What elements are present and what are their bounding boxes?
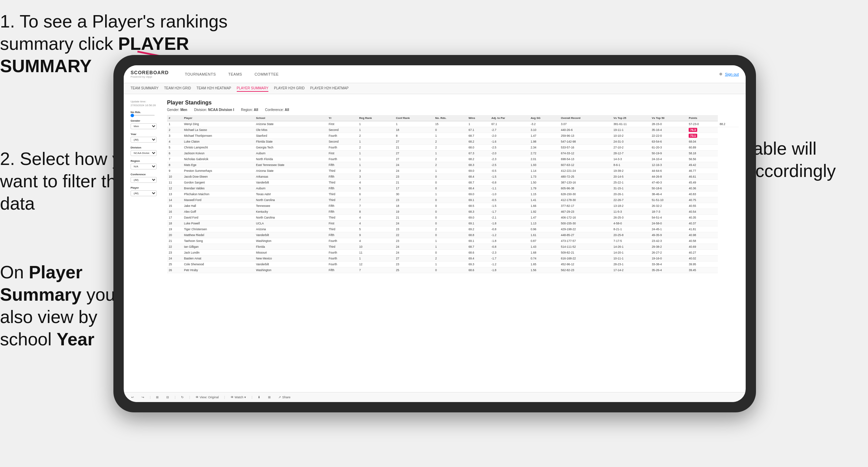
- logo-area: SCOREBOARD Powered by clippi: [131, 70, 172, 78]
- cell-r17-c1: Luke Powell: [182, 221, 254, 226]
- cell-r2-c2: Stanford: [254, 133, 327, 139]
- sign-out-link[interactable]: Sign out: [725, 72, 739, 76]
- cell-r17-c8: -1.8: [490, 221, 529, 226]
- tablet-device: SCOREBOARD Powered by clippi TOURNAMENTS…: [113, 55, 756, 412]
- copy-button[interactable]: ⊞: [154, 394, 161, 400]
- cell-r25-c2: Washington: [254, 267, 327, 273]
- cell-r16-c0: 17: [167, 215, 182, 221]
- cell-r13-c3: Third: [327, 197, 357, 203]
- cell-r24-c2: Vanderbilt: [254, 262, 327, 267]
- filter-division: Division NCAA Division I NCAA Division I…: [131, 146, 162, 156]
- standings-table: # Player School Yr Reg Rank Conf Rank No…: [167, 115, 739, 273]
- cell-r12-c6: 1: [434, 191, 467, 197]
- paste-button[interactable]: ⊟: [164, 394, 171, 400]
- table-region-label: Region: All: [241, 108, 258, 112]
- cell-r4-c6: 2: [434, 145, 467, 151]
- table-header-row: # Player School Yr Reg Rank Conf Rank No…: [167, 115, 739, 121]
- table-row: 25Cole SherwoodVanderbiltFourth1223169.3…: [167, 262, 739, 267]
- cell-r24-c3: Fourth: [327, 262, 357, 267]
- cell-r8-c6: 1: [434, 168, 467, 174]
- cell-r1-c13: 76.3: [687, 127, 718, 133]
- cell-r19-c5: 22: [394, 232, 433, 238]
- cell-r11-c10: 605-96-38: [559, 186, 612, 191]
- cell-r18-c1: Tiger Christensen: [182, 226, 254, 232]
- cell-r12-c11: 20-26-1: [612, 191, 650, 197]
- sub-nav-player-summary[interactable]: PLAYER SUMMARY: [237, 85, 268, 92]
- cell-r16-c1: David Ford: [182, 215, 254, 221]
- nav-tab-committee[interactable]: COMMITTEE: [252, 71, 282, 78]
- cell-r20-c12: 23-42-3: [650, 238, 687, 244]
- redo-button[interactable]: ↪: [140, 394, 146, 400]
- refresh-button[interactable]: ↻: [179, 394, 186, 400]
- division-select[interactable]: NCAA Division I NCAA Division II NCAA Di…: [131, 150, 157, 156]
- no-rds-slider-area[interactable]: [131, 115, 162, 116]
- cell-r22-c2: Missouri: [254, 250, 327, 256]
- cell-r17-c2: UCLA: [254, 221, 327, 226]
- separator-3: |: [189, 396, 190, 399]
- bottom-prefix: On: [0, 262, 29, 282]
- year-select[interactable]: (All) First Second Third Fourth Fifth: [131, 137, 157, 143]
- sub-nav-player-h2h-heatmap[interactable]: PLAYER H2H HEATMAP: [310, 85, 349, 92]
- nav-tab-tournaments[interactable]: TOURNAMENTS: [182, 71, 219, 78]
- cell-r20-c4: 4: [357, 238, 394, 244]
- cell-r24-c4: 12: [357, 262, 394, 267]
- cell-r10-c5: 21: [394, 180, 433, 186]
- cell-r15-c8: -1.7: [490, 209, 529, 215]
- cell-r19-c10: 448-85-27: [559, 232, 612, 238]
- col-no-rds: No. Rds.: [434, 115, 467, 121]
- cell-r9-c2: Arkansas: [254, 174, 327, 180]
- cell-r3-c4: 1: [357, 139, 394, 145]
- cell-r12-c7: 69.0: [467, 191, 490, 197]
- conference-select[interactable]: (All): [131, 177, 157, 183]
- cell-r22-c10: 509-82-21: [559, 250, 612, 256]
- cell-r15-c12: 18-7-3: [650, 209, 687, 215]
- region-select[interactable]: N/A All: [131, 164, 157, 169]
- region-label: Region: [131, 159, 162, 163]
- undo-button[interactable]: ↩: [129, 394, 136, 400]
- nav-tab-teams[interactable]: TEAMS: [225, 71, 245, 78]
- cell-r6-c7: 68.2: [467, 156, 490, 162]
- cell-r2-c1: Michael Thorbjornsen: [182, 133, 254, 139]
- grid-button[interactable]: ⊞: [266, 394, 273, 400]
- cell-r6-c6: 2: [434, 156, 467, 162]
- view-original-button[interactable]: 👁 View: Original: [193, 394, 221, 400]
- no-rds-slider[interactable]: [131, 115, 155, 116]
- cell-r4-c12: 61-20-3: [650, 145, 687, 151]
- filters-sidebar: Update time: 27/03/2024 16:56:26 No Rds.…: [131, 100, 162, 387]
- cell-r14-c1: Jake Hall: [182, 203, 254, 209]
- sub-nav-team-h2h-grid[interactable]: TEAM H2H GRID: [164, 85, 191, 92]
- cell-r18-c3: Third: [327, 226, 357, 232]
- table-body: 1Wenyi DingArizona StateFirst1115167.1-3…: [167, 121, 739, 273]
- division-label: Division: [131, 146, 162, 149]
- cell-r13-c6: 0: [434, 197, 467, 203]
- cell-r15-c6: 0: [434, 209, 467, 215]
- cell-r17-c5: 24: [394, 221, 433, 226]
- player-label: Player: [131, 186, 162, 189]
- view-label: View: Original: [200, 396, 219, 399]
- cell-r0-c13: 57-23-0: [687, 121, 718, 127]
- tablet-screen: SCOREBOARD Powered by clippi TOURNAMENTS…: [124, 65, 746, 402]
- gender-select[interactable]: Men Women: [131, 123, 157, 129]
- cell-r1-c9: 3.10: [529, 127, 559, 133]
- main-nav: TOURNAMENTS TEAMS COMMITTEE: [182, 71, 709, 78]
- sub-nav-team-h2h-heatmap[interactable]: TEAM H2H HEATMAP: [197, 85, 231, 92]
- cell-r3-c7: 68.2: [467, 139, 490, 145]
- sub-nav-player-h2h-grid[interactable]: PLAYER H2H GRID: [274, 85, 304, 92]
- table-conference-label: Conference: All: [265, 108, 289, 112]
- download-button[interactable]: ⬇: [256, 394, 263, 400]
- cell-r1-c3: Second: [327, 127, 357, 133]
- cell-r20-c10: 473-177-57: [559, 238, 612, 244]
- cell-r25-c13: 39.45: [687, 267, 718, 273]
- watch-button[interactable]: 👁 Watch ▾: [229, 394, 248, 400]
- col-player: Player: [182, 115, 254, 121]
- cell-r4-c0: 5: [167, 145, 182, 151]
- cell-r23-c11: 10-11-1: [612, 256, 650, 262]
- cell-r10-c12: 47-40-3: [650, 180, 687, 186]
- col-avg-sg: Avg SG: [529, 115, 559, 121]
- cell-r24-c10: 452-96-12: [559, 262, 612, 267]
- cell-r8-c12: 44-64-6: [650, 168, 687, 174]
- player-select[interactable]: (All): [131, 190, 157, 196]
- share-button[interactable]: ↗ Share: [276, 394, 292, 400]
- sub-nav-team-summary[interactable]: TEAM SUMMARY: [131, 85, 159, 92]
- cell-r22-c7: 68.6: [467, 250, 490, 256]
